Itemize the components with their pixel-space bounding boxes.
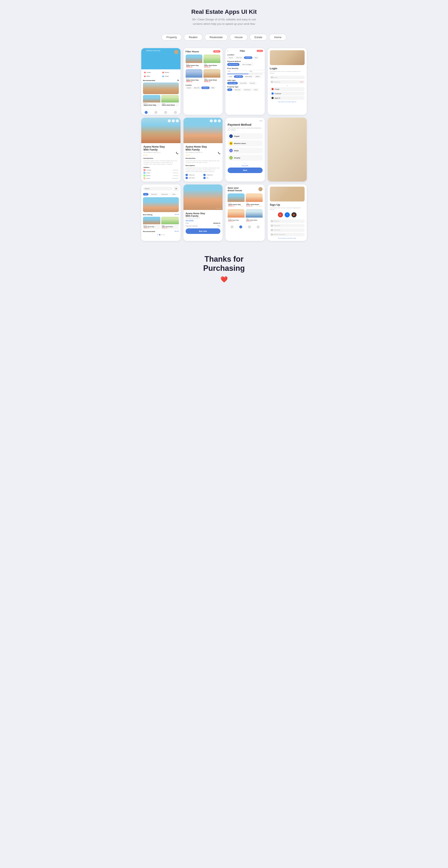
mini-card-2[interactable]: Office Office Hotel Rebel [161,95,179,106]
s3-urban[interactable]: Urban [252,88,259,91]
profile-nav-icon[interactable] [174,111,177,114]
s3-premium[interactable]: Premium [248,82,257,84]
s3-house-mall[interactable]: House Mall [238,82,248,84]
range-0-500[interactable]: 0-500 [227,75,233,78]
cat-office[interactable]: Office [143,75,160,78]
loc-around[interactable]: Around [186,87,192,89]
more-icon[interactable] [176,119,179,122]
bookmark-icon[interactable] [172,119,175,122]
mini-card-8-1[interactable]: Resort Ayana Home Stay $2540.12 [143,217,160,229]
bookmark-icon-6[interactable] [214,119,217,122]
b-home-icon[interactable] [231,225,234,228]
tag-realestate[interactable]: Realestate [205,34,228,40]
tag-property[interactable]: Property [161,34,182,40]
signup-email-row[interactable]: Email ID [270,219,305,223]
buy-now-button[interactable]: Buy now [186,228,220,234]
wu-item[interactable]: W Western Union [228,141,263,146]
signup-link[interactable]: Sign Up [292,101,296,102]
type-urban[interactable]: Urban [170,193,177,195]
signup-fullname-row[interactable]: Full Name [270,228,305,232]
b-profile-icon[interactable] [257,225,260,228]
s3-loc-around[interactable]: Around [227,56,234,59]
range-600-3000[interactable]: $600-$3000 [244,75,253,78]
signup-google-icon[interactable]: G [278,212,283,217]
mini-card-8-2[interactable]: Office Office Hotel Rebel $2340.12 [161,217,179,229]
forgot-link[interactable]: Forget [300,81,303,83]
skip-button[interactable]: Skip [228,120,263,122]
loc-mold[interactable]: Mold [210,87,215,89]
tag-house[interactable]: House [230,34,247,40]
share-icon-6[interactable] [210,119,213,122]
see-all-link[interactable]: See all [175,214,179,216]
range-500-800[interactable]: $500-$800 [234,75,243,78]
phone-icon-6[interactable]: 📞 [218,152,220,154]
filter-settings-icon[interactable]: ⊞ [174,186,179,191]
mini-card-1[interactable]: Resort Ayana Home Stay [143,95,160,106]
heart-nav-icon[interactable] [164,111,167,114]
password-input-row[interactable]: Password Forget [270,80,305,84]
signup-apple-icon[interactable]: 🍎 [292,212,297,217]
tag-realtor[interactable]: Realtor [184,34,203,40]
featured-house-card[interactable] [143,197,179,212]
payment-change-9[interactable]: Wise [218,225,220,226]
loc-sukabumi[interactable]: Sukabumi [201,87,210,89]
login-link[interactable]: Login [293,238,296,239]
more-card-2[interactable]: Office Office Hotel Rebel $2340.12 [246,209,263,223]
dot-1[interactable] [157,234,158,236]
cat-urban[interactable]: Urban [161,75,179,78]
paypal-item[interactable]: P Paypal [228,133,263,139]
s3-apartment[interactable]: Apartment [233,88,242,91]
filter-reset-btn[interactable]: Reset [257,50,263,52]
filter-card-3[interactable]: Resort Ayana Home Stay $2540.12 [186,69,203,83]
search-nav-icon[interactable] [154,111,157,114]
next-button[interactable]: Next [228,167,263,173]
range-3000plus[interactable]: $3000+ [254,75,261,78]
pay-spot-btn[interactable]: Pay on the spot [227,63,239,66]
phone-icon-5[interactable]: 📞 [176,152,178,154]
back-button-6[interactable]: ‹ [185,119,186,122]
stripe-item[interactable]: S Stripe [228,148,263,154]
back-button-5[interactable]: ‹ [143,119,144,122]
filter-card-4[interactable]: Office Office Hotel Rebel $2340.12 [203,69,220,83]
s3-loc-sukabumi[interactable]: Sukabumi [244,56,252,59]
cat-resort[interactable]: Resort [161,71,179,74]
home-nav-icon[interactable] [145,111,148,114]
signup-repeat-row[interactable]: Repeat Password [270,233,305,236]
s3-loc-ny[interactable]: New York [235,56,243,59]
b-search-icon[interactable] [239,225,242,228]
share-icon[interactable] [168,119,171,122]
filter-card-1[interactable]: Resort Ayana Home Stay $2540.12 [186,55,203,68]
signup-facebook-icon[interactable]: f [285,212,290,217]
pay-later-link[interactable]: Pay later [228,165,263,167]
s3-any[interactable]: Any [227,88,232,91]
price-min-input[interactable] [227,70,247,72]
signup-password-row[interactable]: Password [270,224,305,227]
back-button[interactable]: < [227,50,228,52]
loc-newyork[interactable]: New York [193,87,201,89]
cat-condo[interactable]: Condo [143,71,160,74]
type-any[interactable]: Any [143,193,148,195]
type-apartment[interactable]: Apartment [149,193,159,195]
tag-estate[interactable]: Estate [250,34,267,40]
s3-townhouse[interactable]: Townhouse [242,88,252,91]
pay-mortgage-btn[interactable]: Home mortgage [240,63,253,66]
shopify-item[interactable]: S Shopify [228,155,263,161]
filter-icon[interactable]: ⇅ [177,80,179,82]
search-input[interactable] [143,187,173,190]
dot-3[interactable] [161,234,162,236]
filter-card-2[interactable]: Office Office Hotel Rebel $2340.12 [203,55,220,68]
more-icon-6[interactable] [218,119,221,122]
s3-loc-mold[interactable]: Mold [253,56,259,59]
reset-button[interactable]: Reset [213,50,220,53]
dot-4[interactable] [163,234,165,236]
save-card-2[interactable]: Office Office Hotel Rebel $2340.12 ★ 4+ [246,193,263,208]
facebook-login-btn[interactable]: Facebook [270,92,305,95]
save-card-1[interactable]: Resort Ayana Home Stay $2540.12 ★ 4+ [228,193,245,208]
google-login-btn[interactable]: Google [270,87,305,91]
more-card-1[interactable]: Resort Ayana Home Stay $2540.12 [228,209,245,223]
s3-verified[interactable]: Verified seller [227,82,238,84]
tag-home[interactable]: Home [269,34,287,40]
type-townhouse[interactable]: TownHouse [159,193,170,195]
b-heart-icon[interactable] [248,225,251,228]
apple-login-btn[interactable]: Apple ID [270,96,305,100]
